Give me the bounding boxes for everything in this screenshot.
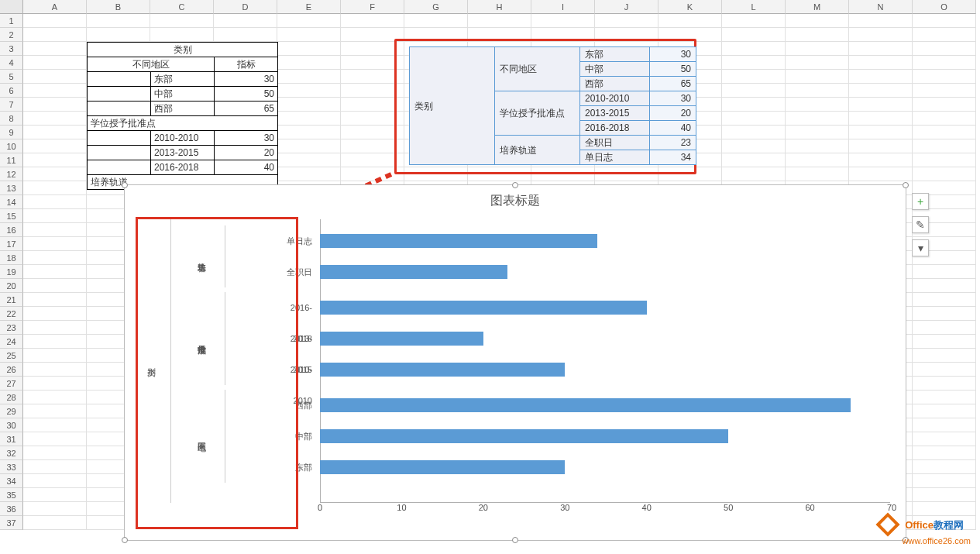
- table-cell[interactable]: [88, 102, 151, 116]
- table-cell[interactable]: 西部: [151, 102, 215, 116]
- row-header[interactable]: 37: [0, 516, 23, 530]
- row-header[interactable]: 25: [0, 349, 23, 363]
- table-cell[interactable]: 东部: [151, 72, 215, 87]
- table-cell[interactable]: [88, 146, 151, 160]
- table-cell[interactable]: 20: [650, 106, 696, 121]
- row-header[interactable]: 6: [0, 84, 23, 98]
- table-cell[interactable]: 34: [650, 150, 696, 165]
- row-header[interactable]: 8: [0, 112, 23, 126]
- table-cell[interactable]: 30: [215, 72, 278, 87]
- table-cell[interactable]: 23: [650, 136, 696, 150]
- chart-bar[interactable]: [320, 332, 483, 346]
- table-cell[interactable]: [88, 72, 151, 87]
- col-header[interactable]: C: [150, 0, 214, 14]
- col-header[interactable]: K: [658, 0, 722, 14]
- row-header[interactable]: 12: [0, 167, 23, 181]
- chart-bar[interactable]: [320, 301, 647, 315]
- table-cell[interactable]: 中部: [151, 87, 215, 102]
- chart-bar[interactable]: [320, 429, 728, 443]
- row-header[interactable]: 1: [0, 14, 23, 28]
- row-header[interactable]: 23: [0, 321, 23, 335]
- table-cell[interactable]: 单日志: [580, 150, 650, 165]
- table-cell[interactable]: [88, 160, 151, 175]
- col-header[interactable]: A: [23, 0, 87, 14]
- table-cell[interactable]: 2010-2010: [580, 91, 650, 106]
- table-cell[interactable]: 全职日: [580, 136, 650, 150]
- row-header[interactable]: 24: [0, 335, 23, 349]
- table-row[interactable]: 学位授予批准点: [88, 116, 278, 131]
- row-header[interactable]: 20: [0, 279, 23, 293]
- row-header[interactable]: 22: [0, 307, 23, 321]
- col-header[interactable]: F: [341, 0, 404, 14]
- chart-bar[interactable]: [320, 265, 507, 279]
- table-cell[interactable]: 30: [650, 47, 696, 62]
- chart-bar[interactable]: [320, 398, 851, 412]
- row-header[interactable]: 18: [0, 251, 23, 265]
- row-header[interactable]: 35: [0, 488, 23, 502]
- col-header[interactable]: G: [404, 0, 468, 14]
- col-header[interactable]: L: [722, 0, 786, 14]
- row-header[interactable]: 9: [0, 126, 23, 139]
- table-cell[interactable]: 50: [650, 62, 696, 77]
- chart-add-element-button[interactable]: +: [912, 193, 929, 210]
- row-header[interactable]: 34: [0, 474, 23, 488]
- chart-title[interactable]: 图表标题: [125, 185, 906, 214]
- table-cell[interactable]: 50: [215, 87, 278, 102]
- col-header[interactable]: H: [468, 0, 531, 14]
- col-header[interactable]: I: [531, 0, 595, 14]
- row-header[interactable]: 19: [0, 265, 23, 279]
- row-header[interactable]: 31: [0, 432, 23, 446]
- chart-styles-button[interactable]: ✎: [912, 216, 929, 233]
- table-cell[interactable]: 中部: [580, 62, 650, 77]
- row-header[interactable]: 3: [0, 42, 23, 56]
- row-header[interactable]: 13: [0, 181, 23, 195]
- table-cell[interactable]: [88, 131, 151, 146]
- table-cell[interactable]: 2016-2018: [151, 160, 215, 175]
- row-header[interactable]: 30: [0, 418, 23, 432]
- col-header[interactable]: E: [277, 0, 341, 14]
- table-cell[interactable]: 东部: [580, 47, 650, 62]
- row-header[interactable]: 21: [0, 293, 23, 307]
- col-header[interactable]: M: [786, 0, 849, 14]
- table-cell[interactable]: 65: [215, 102, 278, 116]
- table-cell[interactable]: 学位授予批准点: [495, 91, 580, 136]
- col-header[interactable]: D: [214, 0, 277, 14]
- select-all-corner[interactable]: [0, 0, 23, 14]
- row-header[interactable]: 32: [0, 446, 23, 460]
- row-header[interactable]: 36: [0, 502, 23, 516]
- chart-bar[interactable]: [320, 234, 597, 248]
- row-header[interactable]: 11: [0, 153, 23, 167]
- row-header[interactable]: 5: [0, 70, 23, 84]
- table-cell[interactable]: 2016-2018: [580, 121, 650, 136]
- table-cell[interactable]: 2013-2015: [151, 146, 215, 160]
- table-cell[interactable]: 类别: [410, 47, 495, 165]
- chart-bar[interactable]: [320, 363, 565, 377]
- row-header[interactable]: 14: [0, 195, 23, 209]
- table-cell[interactable]: 西部: [580, 77, 650, 91]
- table-cell[interactable]: 培养轨道: [495, 136, 580, 165]
- row-header[interactable]: 4: [0, 56, 23, 70]
- col-header[interactable]: J: [595, 0, 658, 14]
- col-header[interactable]: O: [913, 0, 976, 14]
- table-cell[interactable]: 40: [650, 121, 696, 136]
- row-header[interactable]: 27: [0, 377, 23, 391]
- table-cell[interactable]: 30: [215, 131, 278, 146]
- row-header[interactable]: 17: [0, 237, 23, 251]
- table-cell[interactable]: 65: [650, 77, 696, 91]
- source-data-table[interactable]: 类别 不同地区 指标 东部30中部50西部65学位授予批准点2010-20103…: [87, 42, 278, 190]
- table-cell[interactable]: 30: [650, 91, 696, 106]
- table-cell[interactable]: 20: [215, 146, 278, 160]
- table-cell[interactable]: 2010-2010: [151, 131, 215, 146]
- row-header[interactable]: 26: [0, 363, 23, 377]
- table-cell[interactable]: 40: [215, 160, 278, 175]
- row-header[interactable]: 7: [0, 98, 23, 112]
- col-header[interactable]: N: [849, 0, 913, 14]
- table-cell[interactable]: 不同地区: [495, 47, 580, 91]
- row-header[interactable]: 10: [0, 139, 23, 153]
- chart-bar[interactable]: [320, 460, 565, 474]
- blue-summary-table[interactable]: 类别不同地区东部30中部50西部65学位授予批准点2010-2010302013…: [409, 46, 696, 165]
- table-cell[interactable]: [88, 87, 151, 102]
- table-cell[interactable]: 2013-2015: [580, 106, 650, 121]
- row-header[interactable]: 33: [0, 460, 23, 474]
- row-header[interactable]: 15: [0, 209, 23, 223]
